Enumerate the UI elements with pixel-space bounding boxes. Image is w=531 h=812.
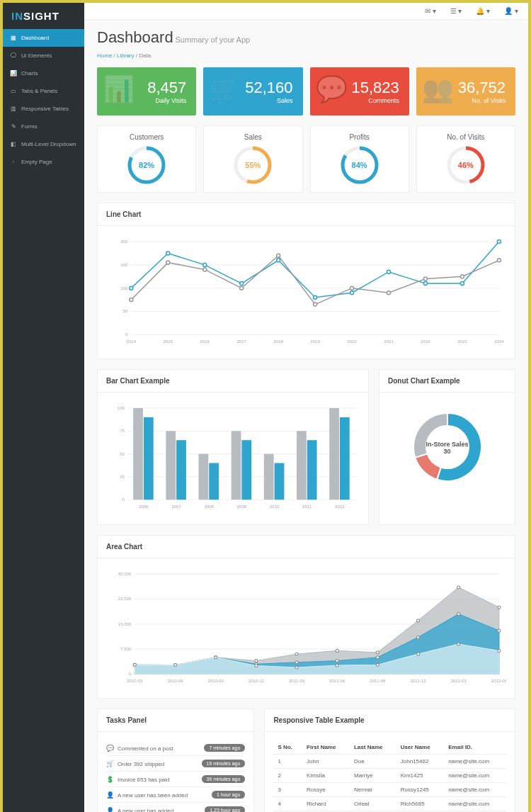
table-cell: Doe [350,755,396,769]
svg-point-42 [203,268,207,271]
svg-point-46 [350,286,354,290]
svg-text:25: 25 [120,475,125,479]
breadcrumb-library[interactable]: Library [117,52,134,59]
table-cell: Rossye [302,783,350,797]
metric-card: Profits 84% [310,125,409,193]
stat-card[interactable]: 👥36,752No. of Visits [416,67,515,115]
svg-point-127 [336,664,338,667]
task-icon: 💲 [106,776,114,783]
nav-icon: ▫ [10,159,17,165]
task-item[interactable]: 👤A new user has added1.23 hour ago [106,803,245,812]
svg-rect-71 [232,432,241,500]
table-header: S No. [273,740,302,755]
svg-text:2017: 2017 [236,339,246,344]
sidebar-item-forms[interactable]: ✎Forms [3,118,84,135]
task-item[interactable]: 💬Commented on a post7 minutes ago [106,740,245,756]
table-header: Email ID. [444,740,506,755]
table-row[interactable]: 1JohnDoeJohn15482name@site.com [273,755,506,769]
table-row[interactable]: 3RossyeNermalRossy1245name@site.com [273,783,506,797]
svg-point-38 [460,282,464,286]
stat-card[interactable]: 🛒52,160Sales [203,67,302,115]
svg-text:150: 150 [120,263,128,267]
svg-point-108 [376,650,379,653]
table-cell: Rossy1245 [396,783,444,797]
topbar: ✉ ▾ ☰ ▾ 🔔 ▾ 👤 ▾ [84,3,528,20]
svg-point-50 [497,259,501,262]
svg-text:2011: 2011 [302,505,312,509]
svg-point-49 [460,275,464,278]
task-icon: 🛒 [106,760,114,767]
mail-icon[interactable]: ✉ ▾ [425,7,436,15]
sidebar-item-charts[interactable]: 📊Charts [3,64,84,82]
svg-text:30,000: 30,000 [118,572,132,576]
table-cell: Richard [302,797,350,811]
logo-part1: IN [11,10,23,22]
task-item[interactable]: 💲Invoice 653 has paid36 minutes ago [106,772,245,787]
nav-icon: ▦ [10,35,17,41]
breadcrumb-home[interactable]: Home [97,52,112,59]
svg-text:2012-06: 2012-06 [491,679,506,683]
sidebar-item-dashboard[interactable]: ▦Dashboard [3,29,84,47]
nav-label: Multi-Level Dropdown [21,141,76,147]
task-icon: 👤 [106,807,114,812]
stat-icon: 🛒 [209,74,241,104]
svg-point-31 [203,263,207,266]
nav-icon: 🖵 [10,52,17,59]
sidebar-item-empty-page[interactable]: ▫Empty Page [3,153,84,171]
metric-donut: 84% [340,145,379,185]
stat-card[interactable]: 📊8,457Daily Visits [97,67,196,115]
page-header: Dashboard Summary of your App [97,28,515,47]
donut-chart-panel: Donut Chart Example In-Store Sales 30 [379,369,515,524]
svg-point-130 [457,642,460,645]
line-chart-title: Line Chart [98,203,515,226]
svg-point-36 [387,270,391,274]
svg-text:2021: 2021 [384,339,394,344]
content: Dashboard Summary of your App Home / Lib… [84,20,528,812]
svg-point-44 [277,254,280,257]
bar-chart: 02550751002006200720082009201020112012 [106,401,360,514]
table-row[interactable]: 4RichardOriealRich5685name@site.com [273,797,506,811]
nav-label: Empty Page [21,159,52,165]
svg-text:0: 0 [125,332,128,337]
tasks-icon[interactable]: ☰ ▾ [450,7,462,15]
table-row[interactable]: 2KimsilaMarriyeKim1425name@site.com [273,769,506,783]
task-item[interactable]: 🛒Order 392 shipped16 minutes ago [106,756,245,772]
svg-text:2010-09: 2010-09 [208,679,224,683]
task-text: 👤A new user has been added [106,791,188,799]
table-cell: John [302,755,350,769]
task-icon: 👤 [106,791,114,799]
svg-point-118 [376,655,379,658]
line-chart: 0501001502002014201520162017201820192020… [106,235,506,349]
metric-pct: 82% [139,161,154,169]
sidebar-item-ui-elements[interactable]: 🖵Ui Elements [3,47,84,64]
svg-point-47 [387,291,391,295]
svg-text:22,500: 22,500 [118,597,132,601]
sidebar-item-responsive-tables[interactable]: ▥Responsive Tables [3,100,84,118]
svg-point-126 [295,665,298,668]
svg-point-117 [336,659,338,662]
svg-text:2010-03: 2010-03 [127,679,143,683]
page-title: Dashboard [97,28,173,46]
svg-point-106 [295,653,298,655]
metric-donut: 82% [127,145,166,185]
svg-text:0: 0 [129,672,132,676]
main: ✉ ▾ ☰ ▾ 🔔 ▾ 👤 ▾ Dashboard Summary of you… [84,3,528,812]
task-item[interactable]: 👤A new user has been added1 hour ago [106,787,245,803]
sidebar-item-tabs-panels[interactable]: ▭Tabs & Panels [3,82,84,100]
svg-text:0: 0 [122,498,125,502]
alerts-icon[interactable]: 🔔 ▾ [476,7,490,15]
svg-rect-63 [144,417,154,500]
svg-point-125 [255,664,258,667]
svg-text:2014: 2014 [127,339,137,344]
donut-center-label: In-Store Sales [426,441,468,448]
metric-pct: 84% [352,161,367,169]
svg-rect-81 [340,417,350,500]
user-icon[interactable]: 👤 ▾ [504,7,518,15]
task-badge: 16 minutes ago [202,760,246,767]
sidebar-item-multi-level-dropdown[interactable]: ◧Multi-Level Dropdown [3,135,84,153]
nav-icon: ✎ [10,123,17,130]
metric-row: Customers 82% Sales 55% Profits 84% No. … [97,125,515,193]
stat-card[interactable]: 💬15,823Comments [310,67,409,115]
svg-text:50: 50 [120,452,125,456]
metric-donut: 55% [233,145,273,185]
